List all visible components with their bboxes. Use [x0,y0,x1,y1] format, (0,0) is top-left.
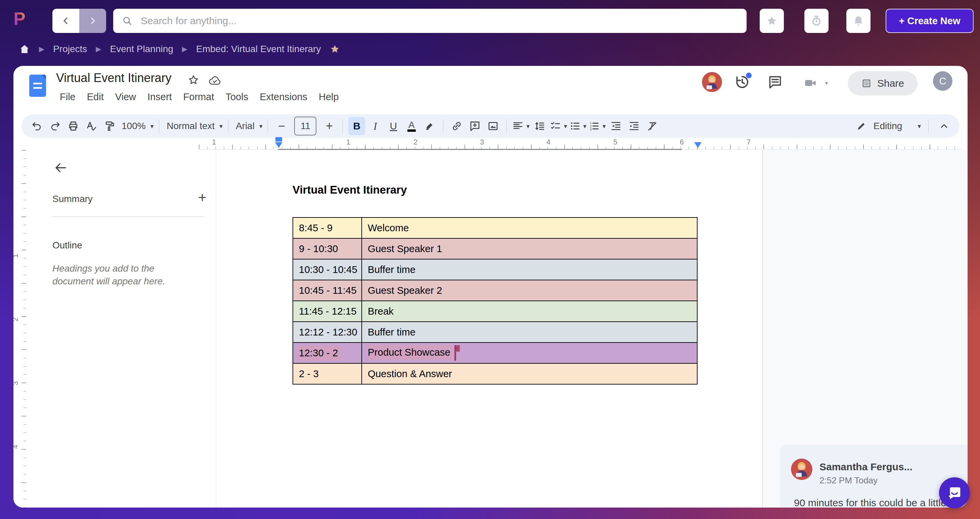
table-row[interactable]: 12:12 - 12:30 Buffer time [293,322,697,343]
decrease-indent-button[interactable] [608,117,624,135]
align-button[interactable]: ▾ [512,117,530,135]
chevron-down-icon: ▾ [825,79,828,87]
line-spacing-button[interactable] [531,117,548,135]
time-cell[interactable]: 2 - 3 [293,363,362,384]
numbered-list-button[interactable]: 123 ▾ [589,117,606,135]
increase-font-size-button[interactable]: + [321,117,337,135]
menu-edit[interactable]: Edit [81,89,110,105]
version-history-button[interactable] [734,74,750,90]
redo-button[interactable] [47,117,63,135]
doc-star-icon[interactable] [188,74,199,86]
forward-button[interactable] [79,9,106,33]
cloud-saved-icon[interactable] [208,75,222,86]
decrease-font-size-button[interactable]: − [274,117,290,135]
star-icon [766,15,778,27]
activity-cell[interactable]: Buffer time [362,259,697,280]
activity-cell[interactable]: Guest Speaker 2 [362,280,697,301]
activity-cell[interactable]: Break [362,301,697,322]
menu-extensions[interactable]: Extensions [254,89,313,105]
table-row[interactable]: 10:45 - 11:45 Guest Speaker 2 [293,280,697,301]
activity-cell[interactable]: Welcome [362,217,697,238]
outline-sidebar: Summary + Outline Headings you add to th… [26,150,216,508]
collapse-toolbar-button[interactable] [936,117,952,135]
insert-link-button[interactable] [449,117,465,135]
chat-fab-button[interactable] [939,477,970,508]
checklist-button[interactable]: ▾ [550,117,567,135]
favorite-star-icon[interactable] [329,44,340,54]
spellcheck-button[interactable] [83,117,99,135]
activity-cell[interactable]: Question & Answer [362,363,697,384]
activity-cell[interactable]: Guest Speaker 1 [362,238,697,259]
activity-cell[interactable]: Product Showcase [362,343,697,363]
indent-marker[interactable] [275,137,282,142]
menu-view[interactable]: View [110,89,142,105]
italic-button[interactable]: I [367,117,383,135]
add-summary-button[interactable]: + [198,190,207,206]
bulleted-list-button[interactable]: ▾ [569,117,587,135]
increase-indent-button[interactable] [626,117,642,135]
collaborator-avatar[interactable] [701,71,723,93]
search-input[interactable] [140,15,612,27]
account-avatar[interactable]: C [933,71,953,91]
favorites-button[interactable] [760,9,784,33]
share-button[interactable]: Share [848,71,918,96]
text-color-button[interactable]: A [403,117,420,135]
left-margin-marker[interactable] [275,142,282,148]
menu-help[interactable]: Help [313,89,345,105]
table-row[interactable]: 9 - 10:30 Guest Speaker 1 [293,238,697,259]
global-search[interactable] [113,9,746,33]
time-cell[interactable]: 10:30 - 10:45 [293,259,362,280]
breadcrumb-item-current[interactable]: Embed: Virtual Event Itinerary [196,44,321,54]
font-family-select[interactable]: Arial▾ [234,117,262,135]
clear-formatting-button[interactable] [644,117,660,135]
underline-button[interactable]: U [385,117,401,135]
bold-button[interactable]: B [348,117,365,135]
time-cell[interactable]: 11:45 - 12:15 [293,301,362,322]
highlight-color-button[interactable] [422,117,438,135]
table-row-commented[interactable]: 12:30 - 2 Product Showcase [293,343,697,363]
breadcrumb-item-projects[interactable]: Projects [53,44,87,54]
right-margin-marker[interactable] [694,142,702,148]
editing-mode-select[interactable]: Editing ▾ [856,117,921,135]
app-logo[interactable]: P [10,9,30,28]
time-cell[interactable]: 12:12 - 12:30 [293,322,362,343]
back-button[interactable] [52,9,79,33]
timer-button[interactable] [804,9,829,33]
time-cell[interactable]: 9 - 10:30 [293,238,362,259]
menu-file[interactable]: File [54,89,81,105]
notifications-button[interactable] [846,9,870,33]
print-button[interactable] [65,117,81,135]
insert-image-button[interactable] [485,117,501,135]
chevron-right-icon [88,16,98,26]
comment-highlight[interactable]: Product Showcase [367,345,454,359]
time-cell[interactable]: 8:45 - 9 [293,217,362,238]
table-row[interactable]: 10:30 - 10:45 Buffer time [293,259,697,280]
table-row[interactable]: 8:45 - 9 Welcome [293,217,697,238]
paint-format-button[interactable] [102,117,118,135]
comment-highlight[interactable]: 12:30 - 2 [298,345,341,360]
open-comments-button[interactable] [768,75,783,89]
menu-insert[interactable]: Insert [142,89,178,105]
create-new-button[interactable]: + Create New [886,9,974,33]
paragraph-style-select[interactable]: Normal text▾ [165,117,223,135]
time-cell[interactable]: 10:45 - 11:45 [293,280,362,301]
doc-title[interactable]: Virtual Event Itinerary [56,71,172,85]
table-row[interactable]: 11:45 - 12:15 Break [293,301,697,322]
close-sidebar-button[interactable] [54,161,68,175]
video-call-button[interactable]: ▾ [803,76,828,90]
menu-tools[interactable]: Tools [220,89,254,105]
time-cell[interactable]: 12:30 - 2 [293,343,362,363]
activity-cell[interactable]: Buffer time [362,322,697,343]
doc-body-heading[interactable]: Virtual Event Itinerary [293,184,407,196]
menu-format[interactable]: Format [178,89,220,105]
undo-button[interactable] [29,117,45,135]
add-comment-button[interactable] [467,117,483,135]
breadcrumb-item-event-planning[interactable]: Event Planning [110,44,173,54]
zoom-select[interactable]: 100%▾ [119,117,153,135]
comment-card[interactable]: Samantha Fergus... 2:52 PM Today 90 minu… [780,444,967,508]
home-icon[interactable] [19,43,30,55]
font-size-input[interactable]: 11 [294,117,317,136]
table-row[interactable]: 2 - 3 Question & Answer [293,363,697,384]
bell-icon [853,15,864,27]
chevron-down-icon: ▾ [150,122,154,130]
